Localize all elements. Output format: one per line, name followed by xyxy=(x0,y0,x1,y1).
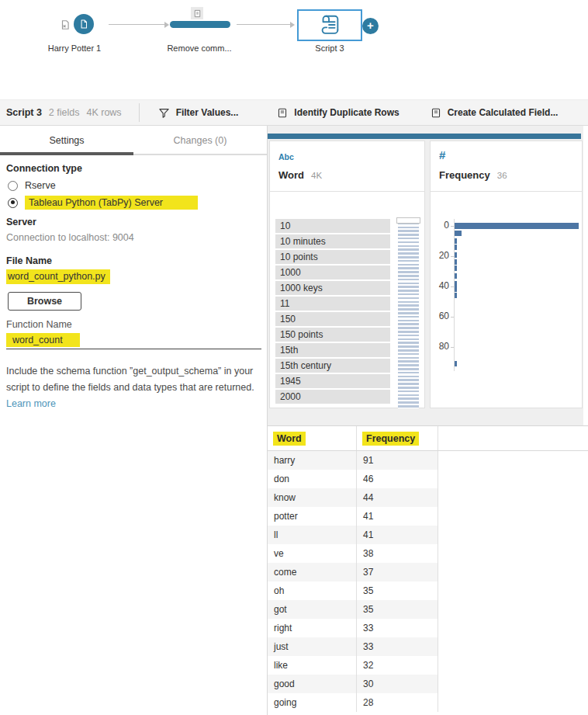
histogram-bar[interactable] xyxy=(455,245,457,250)
frequency-cell[interactable]: 41 xyxy=(356,507,438,526)
histogram-bar[interactable] xyxy=(455,293,457,298)
histogram-bar[interactable] xyxy=(455,286,457,292)
settings-panel: Settings Changes (0) Connection type Rse… xyxy=(0,126,268,715)
word-value-pill[interactable]: 10 points xyxy=(275,250,390,264)
add-step-button[interactable]: + xyxy=(362,18,379,34)
radio-icon[interactable] xyxy=(8,181,18,191)
word-cell[interactable]: right xyxy=(268,619,356,637)
word-list-scrollbar[interactable] xyxy=(398,219,419,408)
word-value-pill[interactable]: 10 xyxy=(275,219,390,233)
word-value-pill[interactable]: 1000 xyxy=(275,266,390,279)
word-value-pill[interactable]: 1945 xyxy=(275,374,390,388)
histogram-bar[interactable] xyxy=(455,252,457,258)
word-cell[interactable]: good xyxy=(268,675,356,693)
word-cell[interactable]: potter xyxy=(268,507,356,526)
word-value-pill[interactable]: 1000 keys xyxy=(275,281,390,295)
frequency-cell[interactable]: 91 xyxy=(356,451,438,470)
function-name-input[interactable]: word_count xyxy=(6,332,261,349)
table-row[interactable]: harry91 xyxy=(268,451,588,470)
browse-button[interactable]: Browse xyxy=(8,292,81,311)
learn-more-link[interactable]: Learn more xyxy=(6,398,56,409)
table-row[interactable]: don46 xyxy=(268,470,588,488)
clean-step-node[interactable] xyxy=(170,21,230,28)
word-cell[interactable]: like xyxy=(268,656,356,675)
frequency-cell[interactable]: 46 xyxy=(356,470,438,488)
histogram-bar[interactable] xyxy=(455,281,457,286)
frequency-cell[interactable]: 35 xyxy=(356,600,438,619)
histogram-bar[interactable] xyxy=(455,231,462,236)
script-step-node[interactable] xyxy=(297,9,362,41)
histogram-bar[interactable] xyxy=(455,223,579,229)
frequency-cell[interactable]: 30 xyxy=(356,675,438,693)
word-cell[interactable]: don xyxy=(268,470,356,488)
tab-changes[interactable]: Changes (0) xyxy=(133,126,267,155)
word-value-pill[interactable]: 150 xyxy=(275,312,390,326)
histogram-bar[interactable] xyxy=(455,259,457,265)
radio-rserve[interactable]: Rserve xyxy=(8,180,56,191)
axis-tick-label: 0 xyxy=(431,220,449,231)
create-calculated-field-button[interactable]: Create Calculated Field... xyxy=(431,107,559,119)
table-row[interactable]: like32 xyxy=(268,656,588,675)
radio-icon-selected[interactable] xyxy=(8,198,18,208)
tab-settings[interactable]: Settings xyxy=(0,126,133,155)
word-cell[interactable]: ll xyxy=(268,526,356,544)
frequency-cell[interactable]: 28 xyxy=(356,693,438,712)
scrollbar-thumb[interactable] xyxy=(396,217,420,224)
word-cell[interactable]: got xyxy=(268,600,356,619)
histogram-bar[interactable] xyxy=(455,238,457,244)
table-row[interactable]: know44 xyxy=(268,488,588,507)
input-step-circle[interactable] xyxy=(74,14,94,34)
word-cell[interactable]: come xyxy=(268,563,356,581)
word-cell[interactable]: ve xyxy=(268,544,356,563)
row-filler xyxy=(438,544,588,563)
string-type-icon[interactable]: Abc xyxy=(278,152,294,161)
function-name-label: Function Name xyxy=(6,319,72,330)
profile-accent-bar xyxy=(268,134,581,139)
word-value-pill[interactable]: 15th xyxy=(275,343,390,357)
frequency-cell[interactable]: 44 xyxy=(356,488,438,507)
axis-tick-label: 80 xyxy=(431,341,449,352)
word-cell[interactable]: going xyxy=(268,693,356,712)
word-cell[interactable]: just xyxy=(268,637,356,656)
word-cell[interactable]: know xyxy=(268,488,356,507)
filter-values-button[interactable]: Filter Values... xyxy=(158,107,239,119)
frequency-cell[interactable]: 37 xyxy=(356,563,438,581)
word-cell[interactable]: harry xyxy=(268,451,356,470)
word-value-pill[interactable]: 15th century xyxy=(275,359,390,373)
panel-tabs: Settings Changes (0) xyxy=(0,126,267,155)
histogram-bar[interactable] xyxy=(455,361,457,366)
table-row[interactable]: ll41 xyxy=(268,526,588,544)
column-header-word[interactable]: Word xyxy=(273,432,306,446)
frequency-histogram: 020406080 xyxy=(431,141,582,408)
table-row[interactable]: oh35 xyxy=(268,581,588,600)
frequency-cell[interactable]: 38 xyxy=(356,544,438,563)
table-row[interactable]: just33 xyxy=(268,637,588,656)
word-value-pill[interactable]: 10 minutes xyxy=(275,234,390,248)
table-row[interactable]: potter41 xyxy=(268,507,588,526)
table-row[interactable]: right33 xyxy=(268,619,588,637)
table-row[interactable]: got35 xyxy=(268,600,588,619)
frequency-cell[interactable]: 32 xyxy=(356,656,438,675)
word-value-pill[interactable]: 11 xyxy=(275,297,390,311)
field-name-word[interactable]: Word xyxy=(278,169,304,181)
changes-badge-icon[interactable] xyxy=(191,7,203,19)
table-row[interactable]: ve38 xyxy=(268,544,588,563)
histogram-bar[interactable] xyxy=(455,266,457,271)
frequency-cell[interactable]: 33 xyxy=(356,637,438,656)
row-filler xyxy=(438,526,588,544)
radio-tabpy-server[interactable]: Tableau Python (TabPy) Server xyxy=(8,196,198,210)
word-value-pill[interactable]: 2000 xyxy=(275,390,390,404)
histogram-bar[interactable] xyxy=(455,273,457,279)
frequency-cell[interactable]: 35 xyxy=(356,581,438,600)
table-row[interactable]: come37 xyxy=(268,563,588,581)
table-row[interactable]: going28 xyxy=(268,693,588,712)
flow-connector xyxy=(109,24,168,25)
word-cell[interactable]: oh xyxy=(268,581,356,600)
frequency-cell[interactable]: 33 xyxy=(356,619,438,637)
frequency-cell[interactable]: 41 xyxy=(356,526,438,544)
identify-duplicate-rows-button[interactable]: Identify Duplicate Rows xyxy=(277,107,399,119)
column-header-frequency[interactable]: Frequency xyxy=(362,432,419,446)
word-value-pill[interactable]: 150 points xyxy=(275,328,390,342)
table-row[interactable]: good30 xyxy=(268,675,588,693)
axis-tick-mark xyxy=(451,317,454,318)
